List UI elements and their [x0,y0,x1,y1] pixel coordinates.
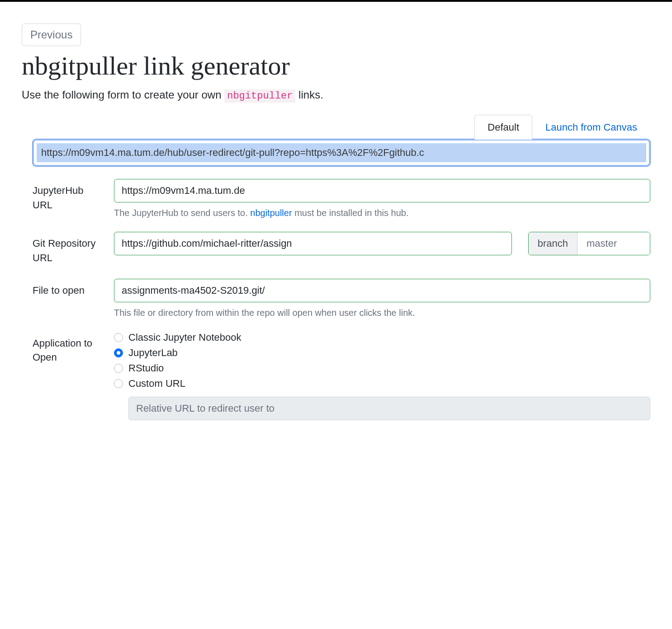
app-radio-list: Classic Jupyter Notebook JupyterLab RStu… [114,332,650,420]
hub-helper-suffix: must be installed in this hub. [292,208,409,218]
subtitle-suffix: links. [295,89,323,101]
custom-url-input [128,397,650,420]
radio-circle-icon [114,333,123,342]
subtitle-code: nbgitpuller [224,89,295,103]
branch-group: branch [528,232,650,255]
generated-url-container: https://m09vm14.ma.tum.de/hub/user-redir… [33,139,650,166]
repo-url-label: Git Repository URL [33,232,103,265]
nbgitpuller-link[interactable]: nbgitpuller [250,208,292,218]
radio-classic[interactable]: Classic Jupyter Notebook [114,332,650,343]
radio-circle-icon [114,364,123,373]
hub-helper-prefix: The JupyterHub to send users to. [114,208,250,218]
hub-helper-text: The JupyterHub to send users to. nbgitpu… [114,208,650,218]
subtitle-prefix: Use the following form to create your ow… [22,89,224,101]
previous-button[interactable]: Previous [22,23,81,46]
radio-custom-label: Custom URL [128,378,185,390]
generated-url[interactable]: https://m09vm14.ma.tum.de/hub/user-redir… [37,143,646,162]
branch-input[interactable] [577,232,650,255]
page-subtitle: Use the following form to create your ow… [22,89,650,102]
radio-circle-icon [114,379,123,388]
radio-circle-selected-icon [114,348,123,357]
radio-jupyterlab[interactable]: JupyterLab [114,347,650,359]
file-label: File to open [33,279,103,298]
repo-url-input[interactable] [114,232,512,255]
radio-classic-label: Classic Jupyter Notebook [128,332,241,343]
radio-rstudio[interactable]: RStudio [114,362,650,374]
file-input[interactable] [114,279,650,302]
tabs: Default Launch from Canvas [33,114,650,139]
page-title: nbgitpuller link generator [22,52,650,80]
hub-url-label: JupyterHub URL [33,179,103,212]
app-label: Application to Open [33,332,103,365]
tab-default[interactable]: Default [474,115,532,140]
radio-rstudio-label: RStudio [128,362,164,374]
radio-custom[interactable]: Custom URL [114,378,650,390]
radio-jupyterlab-label: JupyterLab [128,347,178,359]
tab-canvas[interactable]: Launch from Canvas [532,115,650,140]
file-helper-text: This file or directory from within the r… [114,308,650,318]
hub-url-input[interactable] [114,179,650,202]
branch-label: branch [529,232,577,255]
